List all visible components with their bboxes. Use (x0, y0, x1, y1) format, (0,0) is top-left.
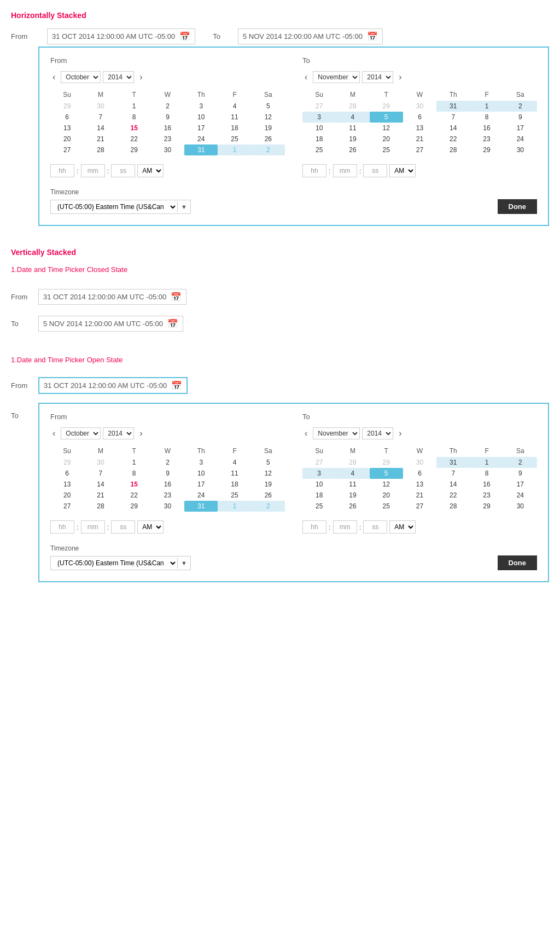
table-row[interactable]: 12 (370, 123, 403, 134)
table-row[interactable]: 30 (151, 144, 184, 155)
table-row[interactable]: 20 (370, 134, 403, 144)
table-row[interactable]: 7 (84, 468, 117, 479)
table-row[interactable]: 1 (470, 457, 503, 468)
table-row[interactable]: 7 (84, 112, 117, 123)
to-cal-icon-closed[interactable]: 📅 (167, 318, 178, 329)
table-row[interactable]: 10 (302, 123, 336, 134)
table-row[interactable]: 27 (50, 501, 84, 512)
table-row[interactable]: 20 (50, 490, 84, 501)
table-row[interactable]: 1 (218, 144, 251, 155)
table-row[interactable]: 26 (336, 144, 369, 155)
table-row[interactable]: 26 (252, 490, 285, 501)
table-row[interactable]: 5 (370, 112, 403, 123)
table-row[interactable]: 16 (470, 123, 503, 134)
table-row[interactable]: 30 (84, 101, 117, 112)
table-row[interactable]: 22 (118, 134, 151, 144)
table-row[interactable]: 3 (184, 457, 218, 468)
table-row[interactable]: 25 (218, 134, 251, 144)
table-row[interactable]: 11 (218, 112, 251, 123)
table-row[interactable]: 29 (118, 501, 151, 512)
to-input-closed[interactable]: 5 NOV 2014 12:00:00 AM UTC -05:00 📅 (38, 316, 183, 332)
from-input-open[interactable]: 31 OCT 2014 12:00:00 AM UTC -05:00 📅 (38, 377, 188, 394)
table-row[interactable]: 22 (118, 490, 151, 501)
table-row[interactable]: 30 (84, 457, 117, 468)
nov-hour-input-v[interactable]: hh (302, 520, 326, 534)
table-row[interactable]: 29 (118, 144, 151, 155)
table-row[interactable]: 23 (151, 134, 184, 144)
table-row[interactable]: 18 (302, 134, 336, 144)
table-row[interactable]: 12 (370, 479, 403, 490)
october-month-select[interactable]: October (61, 71, 101, 83)
october-year-select[interactable]: 2014 (103, 71, 134, 83)
table-row[interactable]: 12 (252, 468, 285, 479)
table-row[interactable]: 25 (302, 144, 336, 155)
table-row[interactable]: 21 (403, 490, 436, 501)
oct-ampm-select-v[interactable]: AM PM (137, 520, 164, 534)
october-prev-btn-v[interactable]: ‹ (50, 427, 57, 439)
table-row[interactable]: 8 (118, 468, 151, 479)
table-row[interactable]: 4 (218, 101, 251, 112)
table-row[interactable]: 1 (118, 101, 151, 112)
table-row[interactable]: 28 (336, 457, 369, 468)
table-row[interactable]: 3 (302, 112, 336, 123)
table-row[interactable]: 16 (151, 123, 184, 134)
table-row[interactable]: 10 (302, 479, 336, 490)
table-row[interactable]: 6 (403, 468, 436, 479)
november-next-btn-v[interactable]: › (396, 427, 404, 439)
table-row[interactable]: 11 (336, 479, 369, 490)
table-row[interactable]: 26 (336, 501, 369, 512)
table-row[interactable]: 14 (436, 479, 470, 490)
table-row[interactable]: 16 (151, 479, 184, 490)
table-row[interactable]: 27 (403, 501, 436, 512)
table-row[interactable]: 10 (184, 468, 218, 479)
table-row[interactable]: 28 (84, 144, 117, 155)
november-prev-btn-v[interactable]: ‹ (302, 427, 310, 439)
table-row[interactable]: 1 (470, 101, 503, 112)
table-row[interactable]: 17 (504, 479, 537, 490)
table-row[interactable]: 28 (84, 501, 117, 512)
oct-min-input[interactable]: mm (81, 164, 105, 177)
oct-hour-input-v[interactable]: hh (50, 520, 74, 534)
november-month-select[interactable]: November (313, 71, 360, 83)
oct-min-input-v[interactable]: mm (81, 520, 105, 534)
table-row[interactable]: 29 (370, 457, 403, 468)
table-row[interactable]: 23 (470, 490, 503, 501)
november-year-select-v[interactable]: 2014 (362, 427, 393, 439)
table-row[interactable]: 5 (252, 457, 285, 468)
table-row[interactable]: 7 (436, 112, 470, 123)
october-next-btn[interactable]: › (137, 71, 144, 83)
timezone-select-v[interactable]: (UTC-05:00) Eastern Time (US&Can (51, 557, 177, 570)
table-row[interactable]: 24 (184, 490, 218, 501)
table-row[interactable]: 3 (302, 468, 336, 479)
table-row[interactable]: 19 (336, 490, 369, 501)
october-month-select-v[interactable]: October (61, 427, 101, 439)
table-row[interactable]: 27 (302, 101, 336, 112)
november-year-select[interactable]: 2014 (362, 71, 393, 83)
table-row[interactable]: 31 (184, 501, 218, 512)
table-row[interactable]: 8 (470, 112, 503, 123)
table-row[interactable]: 6 (50, 468, 84, 479)
table-row[interactable]: 20 (370, 490, 403, 501)
table-row[interactable]: 29 (370, 101, 403, 112)
table-row[interactable]: 2 (151, 101, 184, 112)
table-row[interactable]: 14 (436, 123, 470, 134)
october-next-btn-v[interactable]: › (137, 427, 144, 439)
table-row[interactable]: 4 (218, 457, 251, 468)
table-row[interactable]: 29 (470, 501, 503, 512)
table-row[interactable]: 13 (403, 479, 436, 490)
table-row[interactable]: 12 (252, 112, 285, 123)
table-row[interactable]: 5 (252, 101, 285, 112)
table-row[interactable]: 3 (184, 101, 218, 112)
table-row[interactable]: 24 (504, 134, 537, 144)
table-row[interactable]: 20 (50, 134, 84, 144)
november-prev-btn[interactable]: ‹ (302, 71, 310, 83)
from-input-h[interactable]: 31 OCT 2014 12:00:00 AM UTC -05:00 📅 (47, 28, 195, 44)
table-row[interactable]: 2 (504, 457, 537, 468)
table-row[interactable]: 31 (436, 457, 470, 468)
table-row[interactable]: 22 (436, 490, 470, 501)
table-row[interactable]: 24 (504, 490, 537, 501)
table-row[interactable]: 2 (504, 101, 537, 112)
table-row[interactable]: 19 (252, 479, 285, 490)
table-row[interactable]: 6 (50, 112, 84, 123)
october-year-select-v[interactable]: 2014 (103, 427, 134, 439)
